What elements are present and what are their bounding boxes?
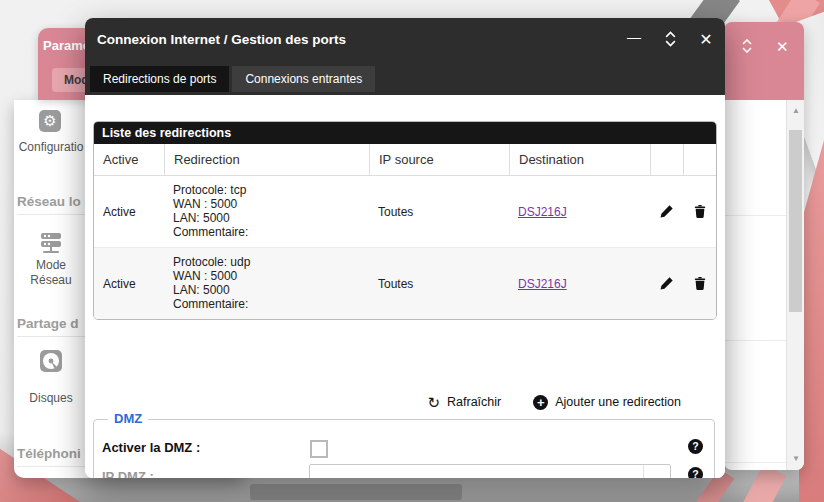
sidebar-item-network-mode-line1[interactable]: Mode xyxy=(14,258,88,272)
sidebar-section-telephony: Téléphoni xyxy=(17,446,81,461)
chevron-down-icon: ⌄ xyxy=(643,465,670,478)
minimize-icon[interactable]: — xyxy=(623,30,645,50)
redirection-lan: LAN: 5000 xyxy=(173,283,369,297)
scroll-up-icon[interactable]: ▲ xyxy=(787,106,804,115)
redirections-table: Liste des redirections Active Redirectio… xyxy=(93,121,717,320)
background-window-right: ✕ ▲ ▼ xyxy=(724,22,804,470)
cell-active: Active xyxy=(94,248,164,319)
cell-destination: DSJ216J xyxy=(509,248,650,319)
close-icon[interactable]: ✕ xyxy=(695,30,717,50)
sidebar-item-disks[interactable]: Disques xyxy=(14,391,88,405)
table-actions: ↻ Rafraîchir + Ajouter une redirection xyxy=(85,391,707,413)
column-actions xyxy=(650,144,683,175)
plus-circle-icon: + xyxy=(533,395,548,410)
dialog-title: Connexion Internet / Gestion des ports xyxy=(97,32,346,47)
cell-ip-source: Toutes xyxy=(369,176,509,247)
redirection-wan: WAN : 5000 xyxy=(173,269,369,283)
tab-port-redirections[interactable]: Redirections de ports xyxy=(90,66,229,92)
dmz-legend: DMZ xyxy=(108,411,148,426)
column-destination: Destination xyxy=(509,144,650,175)
dmz-fieldset: DMZ Activer la DMZ : ? IP DMZ : ⌄ ? xyxy=(93,419,715,478)
sidebar-item-network-mode-line2[interactable]: Réseau xyxy=(14,273,88,287)
help-icon[interactable]: ? xyxy=(688,467,703,478)
cell-redirection: Protocole: tcp WAN : 5000 LAN: 5000 Comm… xyxy=(164,176,369,247)
port-management-dialog: Connexion Internet / Gestion des ports —… xyxy=(85,18,725,478)
cell-redirection: Protocole: udp WAN : 5000 LAN: 5000 Comm… xyxy=(164,248,369,319)
refresh-label: Rafraîchir xyxy=(447,395,501,409)
dmz-enable-checkbox[interactable] xyxy=(310,440,328,458)
disk-icon[interactable] xyxy=(39,348,63,378)
add-redirection-label: Ajouter une redirection xyxy=(555,395,681,409)
scrollbar-thumb[interactable] xyxy=(789,130,802,312)
edit-icon[interactable] xyxy=(650,176,683,247)
delete-icon[interactable] xyxy=(683,176,716,247)
redirection-protocol: Protocole: udp xyxy=(173,255,369,269)
dmz-ip-label: IP DMZ : xyxy=(102,469,154,478)
cell-ip-source: Toutes xyxy=(369,248,509,319)
redirection-comment: Commentaire: xyxy=(173,225,369,239)
divider xyxy=(724,340,786,341)
cell-active: Active xyxy=(94,176,164,247)
redirection-wan: WAN : 5000 xyxy=(173,197,369,211)
redirection-comment: Commentaire: xyxy=(173,297,369,311)
gear-glyph: ⚙ xyxy=(43,112,56,129)
restore-icon[interactable] xyxy=(659,30,681,50)
scroll-down-icon[interactable]: ▼ xyxy=(787,454,804,463)
divider xyxy=(724,462,786,463)
restore-icon[interactable] xyxy=(741,38,753,57)
refresh-button[interactable]: ↻ Rafraîchir xyxy=(427,395,501,410)
redirection-lan: LAN: 5000 xyxy=(173,211,369,225)
destination-link[interactable]: DSJ216J xyxy=(518,205,567,219)
edit-icon[interactable] xyxy=(650,248,683,319)
table-header-row: Active Redirection IP source Destination xyxy=(94,144,716,176)
dmz-ip-select[interactable]: ⌄ xyxy=(309,464,671,478)
column-active: Active xyxy=(94,144,164,175)
sidebar-section-local-network: Réseau lo xyxy=(17,194,81,209)
column-redirection: Redirection xyxy=(164,144,369,175)
dialog-content: Liste des redirections Active Redirectio… xyxy=(85,95,725,478)
dialog-tabbar: Redirections de ports Connexions entrant… xyxy=(85,62,725,95)
redirection-protocol: Protocole: tcp xyxy=(173,183,369,197)
sidebar-section-sharing: Partage d xyxy=(17,316,79,331)
table-row: Active Protocole: tcp WAN : 5000 LAN: 50… xyxy=(94,176,716,247)
divider xyxy=(724,215,786,216)
network-mode-icon[interactable] xyxy=(38,230,64,260)
gear-icon[interactable]: ⚙ xyxy=(39,110,61,132)
table-caption: Liste des redirections xyxy=(94,122,716,144)
column-ip-source: IP source xyxy=(369,144,509,175)
close-icon[interactable]: ✕ xyxy=(776,38,789,56)
scrollbar[interactable]: ▲ ▼ xyxy=(786,100,804,470)
dialog-titlebar: Connexion Internet / Gestion des ports —… xyxy=(85,18,725,62)
add-redirection-button[interactable]: + Ajouter une redirection xyxy=(533,395,681,410)
taskbar-item[interactable] xyxy=(250,484,462,500)
table-row: Active Protocole: udp WAN : 5000 LAN: 50… xyxy=(94,247,716,319)
sidebar-item-configuration[interactable]: Configuratio xyxy=(14,140,88,154)
dmz-enable-label: Activer la DMZ : xyxy=(102,440,200,455)
tab-incoming-connections[interactable]: Connexions entrantes xyxy=(232,66,375,92)
desktop: ⚙ Configuratio Réseau lo Mode Réseau Par… xyxy=(0,0,824,502)
cell-destination: DSJ216J xyxy=(509,176,650,247)
background-window-titlebar: ✕ xyxy=(724,22,804,100)
destination-link[interactable]: DSJ216J xyxy=(518,277,567,291)
delete-icon[interactable] xyxy=(683,248,716,319)
refresh-icon: ↻ xyxy=(427,395,440,410)
column-actions xyxy=(683,144,716,175)
help-icon[interactable]: ? xyxy=(688,439,703,454)
